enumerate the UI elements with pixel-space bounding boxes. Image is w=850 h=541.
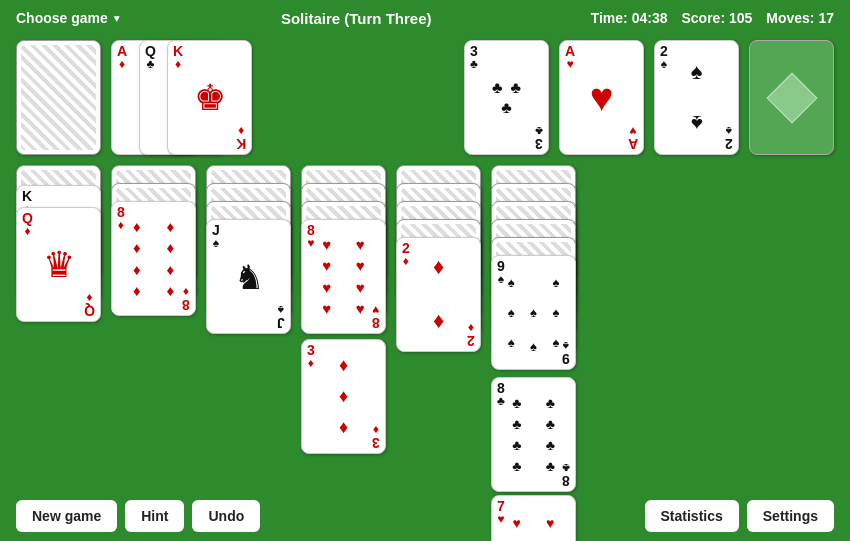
- score-stat: Score: 105: [681, 10, 752, 26]
- choose-game-button[interactable]: Choose game ▼: [16, 10, 122, 26]
- tableau-4-eight-hearts[interactable]: 8 ♥ 8 ♥ ♥ ♥ ♥ ♥ ♥ ♥ ♥ ♥: [301, 219, 386, 334]
- tableau-5-two-diamonds[interactable]: 2 ♦ 2 ♦ ♦ ♦: [396, 237, 481, 352]
- game-area: A ♦ A ♦ ♦ Q ♣ Q ♣ ♛: [0, 36, 850, 496]
- undo-button[interactable]: Undo: [192, 500, 260, 532]
- right-buttons: Statistics Settings: [645, 500, 834, 532]
- diamond-icon: [766, 72, 817, 123]
- foundation-4[interactable]: [749, 40, 834, 155]
- top-bar: Choose game ▼ Solitaire (Turn Three) Tim…: [0, 0, 850, 36]
- tableau-column-6: 9 ♠ 9 ♠ ♠ ♠ ♠ ♠ ♠ ♠ ♠ ♠: [491, 165, 576, 541]
- tableau: K ♠ K ♠ ♚ Q ♦ Q ♦: [16, 165, 834, 541]
- game-title: Solitaire (Turn Three): [281, 10, 432, 27]
- game-stats: Time: 04:38 Score: 105 Moves: 17: [591, 10, 834, 26]
- foundation-3[interactable]: 2 ♠ 2 ♠ ♠ ♠: [654, 40, 739, 155]
- top-row: A ♦ A ♦ ♦ Q ♣ Q ♣ ♛: [16, 40, 834, 155]
- tableau-column-4: 8 ♥ 8 ♥ ♥ ♥ ♥ ♥ ♥ ♥ ♥ ♥: [301, 165, 386, 465]
- left-buttons: New game Hint Undo: [16, 500, 260, 532]
- moves-stat: Moves: 17: [766, 10, 834, 26]
- time-stat: Time: 04:38: [591, 10, 668, 26]
- waste-pile: A ♦ A ♦ ♦ Q ♣ Q ♣ ♛: [111, 40, 256, 155]
- hint-button[interactable]: Hint: [125, 500, 184, 532]
- tableau-4-three-diamonds[interactable]: 3 ♦ 3 ♦ ♦ ♦ ♦: [301, 339, 386, 454]
- tableau-6-nine-spades[interactable]: 9 ♠ 9 ♠ ♠ ♠ ♠ ♠ ♠ ♠ ♠ ♠: [491, 255, 576, 370]
- tableau-column-1: K ♠ K ♠ ♚ Q ♦ Q ♦: [16, 165, 101, 465]
- statistics-button[interactable]: Statistics: [645, 500, 739, 532]
- tableau-column-2: 8 ♦ 8 ♦ ♦ ♦ ♦ ♦ ♦ ♦ ♦ ♦: [111, 165, 196, 465]
- settings-button[interactable]: Settings: [747, 500, 834, 532]
- new-game-button[interactable]: New game: [16, 500, 117, 532]
- tableau-6-seven-hearts[interactable]: 7 ♥ 7 ♥ ♥ ♥ ♥ ♥ ♥ ♥ ♥: [491, 495, 576, 541]
- foundation-2[interactable]: A ♥ A ♥ ♥: [559, 40, 644, 155]
- bottom-bar: New game Hint Undo Statistics Settings: [0, 491, 850, 541]
- choose-game-arrow: ▼: [112, 13, 122, 24]
- stock-pile[interactable]: [16, 40, 101, 155]
- tableau-3-jack-spades[interactable]: J ♠ J ♠ ♞: [206, 219, 291, 334]
- tableau-6-eight-clubs[interactable]: 8 ♣ 8 ♣ ♣ ♣ ♣ ♣ ♣ ♣ ♣ ♣: [491, 377, 576, 492]
- choose-game-label: Choose game: [16, 10, 108, 26]
- tableau-column-3: J ♠ J ♠ ♞: [206, 165, 291, 465]
- tableau-2-eight-diamonds[interactable]: 8 ♦ 8 ♦ ♦ ♦ ♦ ♦ ♦ ♦ ♦ ♦: [111, 201, 196, 316]
- waste-card-top[interactable]: K ♦ K ♦ ♚: [167, 40, 252, 155]
- tableau-1-queen[interactable]: Q ♦ Q ♦ ♛: [16, 207, 101, 322]
- foundation-1[interactable]: 3 ♣ 3 ♣ ♣♣ ♣: [464, 40, 549, 155]
- tableau-column-5: 2 ♦ 2 ♦ ♦ ♦: [396, 165, 481, 465]
